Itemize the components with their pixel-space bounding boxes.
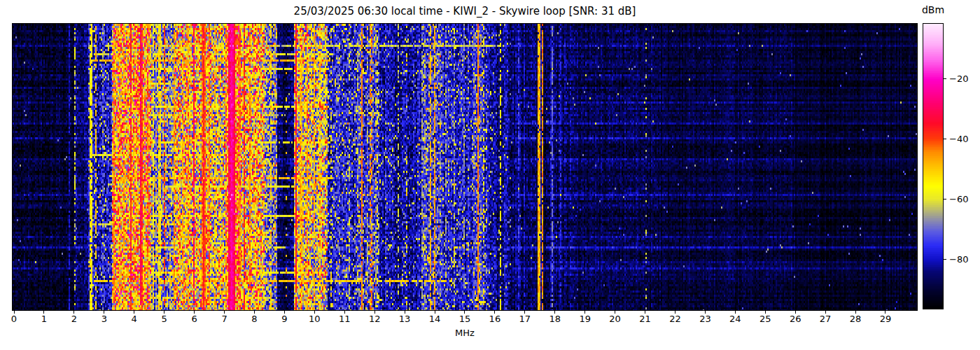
x-tick-label: 13 xyxy=(391,314,419,325)
x-tick-label: 1 xyxy=(30,314,58,325)
x-tick-label: 28 xyxy=(841,314,869,325)
colorbar-tick-label: −80 xyxy=(949,254,968,265)
x-tick-label: 23 xyxy=(691,314,719,325)
colorbar xyxy=(923,23,944,309)
x-tick-label: 7 xyxy=(211,314,239,325)
x-tick-label: 14 xyxy=(421,314,449,325)
x-tick-label: 22 xyxy=(661,314,689,325)
x-tick-label: 17 xyxy=(511,314,539,325)
x-tick-label: 27 xyxy=(811,314,839,325)
x-tick-label: 6 xyxy=(181,314,209,325)
colorbar-tick-label: −20 xyxy=(949,74,968,85)
spectrogram-figure: 25/03/2025 06:30 local time - KIWI_2 - S… xyxy=(0,0,980,350)
x-tick-label: 25 xyxy=(751,314,779,325)
x-tick-label: 16 xyxy=(481,314,509,325)
colorbar-tick-mark xyxy=(944,78,946,79)
x-tick-label: 8 xyxy=(240,314,268,325)
x-tick-label: 9 xyxy=(270,314,298,325)
x-tick-label: 29 xyxy=(872,314,899,325)
colorbar-tick-mark xyxy=(944,259,946,260)
x-tick-label: 12 xyxy=(360,314,388,325)
spectrogram-canvas xyxy=(13,24,917,310)
colorbar-label: dBm xyxy=(915,4,951,16)
colorbar-tick-mark xyxy=(944,199,946,200)
x-tick-label: 0 xyxy=(0,314,28,325)
x-tick-label: 11 xyxy=(330,314,358,325)
x-tick-label: 10 xyxy=(300,314,328,325)
x-tick-label: 24 xyxy=(721,314,749,325)
colorbar-tick-mark xyxy=(944,139,946,139)
x-axis-label: MHz xyxy=(13,328,917,339)
waterfall-plot-area xyxy=(12,23,918,311)
x-tick-label: 2 xyxy=(60,314,88,325)
colorbar-gradient-canvas xyxy=(923,24,943,309)
colorbar-tick-label: −40 xyxy=(949,134,968,145)
colorbar-tick-label: −60 xyxy=(949,194,968,205)
x-tick-label: 21 xyxy=(631,314,659,325)
x-tick-label: 4 xyxy=(120,314,148,325)
x-tick-label: 5 xyxy=(150,314,178,325)
x-tick-label: 3 xyxy=(90,314,118,325)
figure-title: 25/03/2025 06:30 local time - KIWI_2 - S… xyxy=(13,4,917,18)
x-tick-label: 19 xyxy=(571,314,599,325)
x-tick-label: 15 xyxy=(451,314,479,325)
x-tick-label: 26 xyxy=(781,314,809,325)
x-tick-label: 18 xyxy=(541,314,569,325)
x-tick-label: 20 xyxy=(601,314,629,325)
